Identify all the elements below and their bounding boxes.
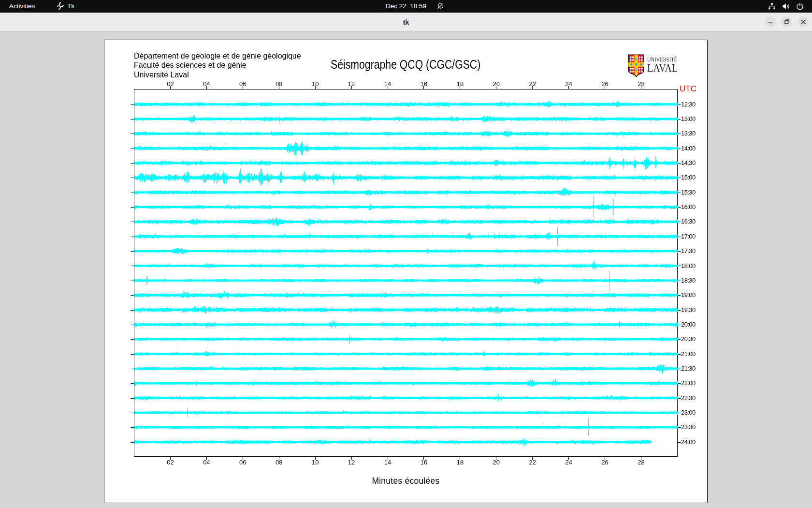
svg-text:LAVAL: LAVAL bbox=[647, 61, 678, 74]
